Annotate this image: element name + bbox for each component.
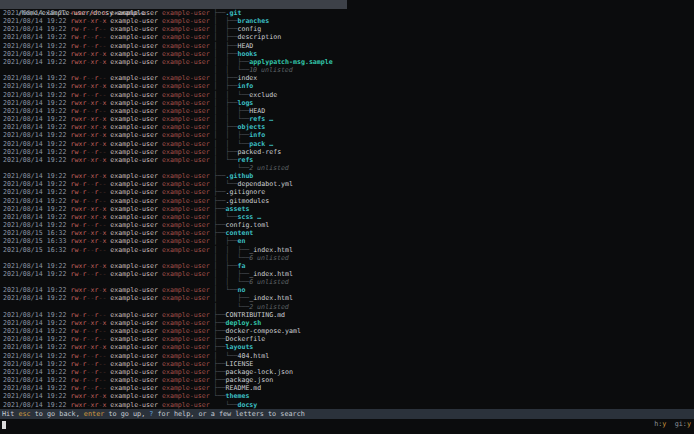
entry-name: scss … — [237, 213, 261, 221]
entry-name: 6 unlisted — [249, 254, 289, 262]
tree-row[interactable]: 2021/08/14 19:22 rw-r--r-- example-user … — [3, 221, 694, 229]
tree-row[interactable]: 2021/08/14 19:22 rw-r--r-- example-user … — [3, 33, 694, 41]
group: example-user — [162, 392, 210, 400]
entry-meta: 2021/08/14 19:22 rwxr-xr-x example-user … — [3, 82, 214, 90]
tree-row[interactable]: 2021/08/14 19:22 rwxr-xr-x example-user … — [3, 156, 694, 164]
tree-row[interactable]: 2021/08/14 19:22 rwxr-xr-x example-user … — [3, 392, 694, 400]
tree-row[interactable]: │ └──2 unlisted — [3, 303, 694, 311]
tree-row[interactable]: 2021/08/14 19:22 rwxr-xr-x example-user … — [3, 262, 694, 270]
group: example-user — [162, 246, 210, 254]
mtime: 2021/08/14 19:22 — [3, 197, 67, 205]
entry-meta: 2021/08/14 19:22 rwxr-xr-x example-user … — [3, 140, 214, 148]
group: example-user — [162, 115, 210, 123]
entry-meta: 2021/08/14 19:22 rw-r--r-- example-user … — [3, 327, 214, 335]
tree-row[interactable]: 2021/08/14 19:22 rw-r--r-- example-user … — [3, 270, 694, 278]
tree-row[interactable]: 2021/08/14 19:22 rw-r--r-- example-user … — [3, 376, 694, 384]
tree-row[interactable]: 2021/08/14 19:22 rwxr-xr-x example-user … — [3, 82, 694, 90]
flag-value: y — [687, 420, 691, 428]
mtime: 2021/08/14 19:22 — [3, 156, 67, 164]
tree-row[interactable]: 2021/08/14 19:22 rwxr-xr-x example-user … — [3, 115, 694, 123]
text-cursor — [2, 421, 6, 429]
tree-row[interactable]: 2021/08/14 19:22 rwxr-xr-x example-user … — [3, 99, 694, 107]
tree-branch: │ ├── — [214, 262, 238, 270]
permissions: rw-r--r-- — [71, 107, 107, 115]
tree-row[interactable]: 2021/08/14 19:22 rwxr-xr-x example-user … — [3, 343, 694, 351]
tree-row[interactable]: 2021/08/14 19:22 rwxr-xr-x example-user … — [3, 58, 694, 66]
entry-meta: 2021/08/14 19:22 rwxr-xr-x example-user … — [3, 392, 214, 400]
tree-row[interactable]: 2021/08/14 19:22 rw-r--r-- example-user … — [3, 294, 694, 302]
permissions: rw-r--r-- — [71, 188, 107, 196]
entry-meta — [3, 254, 213, 262]
owner: example-user — [110, 172, 158, 180]
permissions: rw-r--r-- — [71, 352, 107, 360]
mtime: 2021/08/14 19:22 — [3, 115, 67, 123]
tree-row[interactable]: 2021/08/15 16:33 rwxr-xr-x example-user … — [3, 237, 694, 245]
tree-row[interactable]: 2021/08/14 19:22 rw-r--r-- example-user … — [3, 148, 694, 156]
file-tree[interactable]: 2021/08/14 19:22 rwxr-xr-x example-user … — [0, 9, 694, 409]
owner: example-user — [110, 197, 158, 205]
group: example-user — [162, 319, 210, 327]
tree-row[interactable]: 2021/08/14 19:22 rw-r--r-- example-user … — [3, 197, 694, 205]
tree-row[interactable]: 2021/08/14 19:22 rwxr-xr-x example-user … — [3, 9, 694, 17]
mtime: 2021/08/14 19:22 — [3, 311, 67, 319]
tree-row[interactable]: 2021/08/14 19:22 rwxr-xr-x example-user … — [3, 131, 694, 139]
tree-row[interactable]: 2021/08/14 19:22 rw-r--r-- example-user … — [3, 188, 694, 196]
tree-row[interactable]: 2021/08/15 16:32 rw-r--r-- example-user … — [3, 246, 694, 254]
tree-row[interactable]: 2021/08/14 19:22 rw-r--r-- example-user … — [3, 91, 694, 99]
tree-branch: ├── — [214, 9, 226, 17]
owner: example-user — [110, 99, 158, 107]
entry-name: 2 unlisted — [249, 164, 289, 172]
mtime: 2021/08/14 19:22 — [3, 131, 67, 139]
mtime: 2021/08/14 19:22 — [3, 401, 67, 409]
tree-row[interactable]: 2021/08/14 19:22 rw-r--r-- example-user … — [3, 42, 694, 50]
tree-row[interactable]: 2021/08/14 19:22 rw-r--r-- example-user … — [3, 311, 694, 319]
entry-name: applypatch-msg.sample — [249, 58, 332, 66]
mtime: 2021/08/14 19:22 — [3, 384, 67, 392]
owner: example-user — [110, 294, 158, 302]
tree-row[interactable]: │ │ └──6 unlisted — [3, 254, 694, 262]
broot-terminal: /home/example-user/docsy-example 2021/08… — [0, 0, 694, 434]
tree-row[interactable]: 2021/08/14 19:22 rwxr-xr-x example-user … — [3, 50, 694, 58]
tree-row[interactable]: 2021/08/14 19:22 rw-r--r-- example-user … — [3, 368, 694, 376]
group: example-user — [162, 123, 210, 131]
entry-name: hooks — [237, 50, 257, 58]
group: example-user — [162, 237, 210, 245]
permissions: rwxr-xr-x — [71, 156, 107, 164]
entry-meta: 2021/08/14 19:22 rw-r--r-- example-user … — [3, 360, 214, 368]
tree-row[interactable]: 2021/08/14 19:22 rwxr-xr-x example-user … — [3, 213, 694, 221]
tree-branch: │ └── — [214, 352, 238, 360]
tree-row[interactable]: 2021/08/14 19:22 rwxr-xr-x example-user … — [3, 401, 694, 409]
mtime: 2021/08/14 19:22 — [3, 172, 67, 180]
mtime: 2021/08/14 19:22 — [3, 376, 67, 384]
owner: example-user — [110, 123, 158, 131]
tree-branch: │ ├── — [214, 237, 238, 245]
entry-name: CONTRIBUTING.md — [226, 311, 286, 319]
tree-row[interactable]: 2021/08/14 19:22 rwxr-xr-x example-user … — [3, 205, 694, 213]
group: example-user — [162, 50, 210, 58]
mtime: 2021/08/14 19:22 — [3, 91, 67, 99]
tree-row[interactable]: 2021/08/14 19:22 rwxr-xr-x example-user … — [3, 319, 694, 327]
group: example-user — [162, 197, 210, 205]
permissions: rw-r--r-- — [71, 42, 107, 50]
tree-branch: │ │ └── — [214, 140, 250, 148]
entry-meta: 2021/08/15 16:32 rw-r--r-- example-user … — [3, 246, 214, 254]
entry-name: HEAD — [249, 107, 265, 115]
tree-row[interactable]: 2021/08/14 19:22 rwxr-xr-x example-user … — [3, 140, 694, 148]
entry-meta — [3, 66, 213, 74]
tree-row[interactable]: 2021/08/14 19:22 rw-r--r-- example-user … — [3, 360, 694, 368]
permissions: rw-r--r-- — [71, 246, 107, 254]
permissions: rwxr-xr-x — [71, 17, 107, 25]
tree-row[interactable]: 2021/08/14 19:22 rw-r--r-- example-user … — [3, 107, 694, 115]
mtime: 2021/08/14 19:22 — [3, 294, 67, 302]
permissions: rwxr-xr-x — [71, 9, 107, 17]
tree-row[interactable]: │ └──2 unlisted — [3, 164, 694, 172]
owner: example-user — [110, 33, 158, 41]
entry-name: package.json — [226, 376, 274, 384]
tree-row[interactable]: 2021/08/14 19:22 rw-r--r-- example-user … — [3, 352, 694, 360]
owner: example-user — [110, 115, 158, 123]
search-input-line[interactable]: h:y gi:y — [0, 419, 694, 434]
group: example-user — [162, 42, 210, 50]
entry-meta: 2021/08/15 16:33 rwxr-xr-x example-user … — [3, 237, 214, 245]
entry-meta: 2021/08/14 19:22 rwxr-xr-x example-user … — [3, 115, 214, 123]
permissions: rwxr-xr-x — [71, 319, 107, 327]
